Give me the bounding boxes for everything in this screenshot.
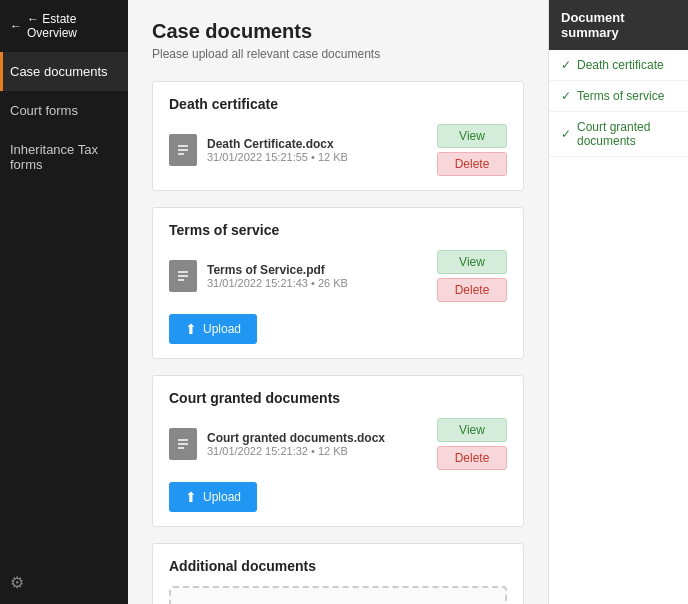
doc-icon-terms-of-service [169, 260, 197, 292]
doc-icon-death-certificate [169, 134, 197, 166]
dropzone[interactable]: ⬆ Drop your file here, or browse Support… [169, 586, 507, 604]
sidebar-item-case-documents[interactable]: Case documents [0, 52, 128, 91]
upload-icon-court-granted: ⬆ [185, 489, 197, 505]
doc-name-court-granted: Court granted documents.docx [207, 431, 427, 445]
upload-icon-terms-of-service: ⬆ [185, 321, 197, 337]
delete-button-terms-of-service[interactable]: Delete [437, 278, 507, 302]
doc-row-terms-of-service: Terms of Service.pdf 31/01/2022 15:21:43… [169, 250, 507, 302]
view-button-court-granted[interactable]: View [437, 418, 507, 442]
summary-item-terms-of-service: ✓ Terms of service [549, 81, 688, 112]
delete-button-court-granted[interactable]: Delete [437, 446, 507, 470]
doc-info-terms-of-service: Terms of Service.pdf 31/01/2022 15:21:43… [207, 263, 427, 289]
doc-info-court-granted: Court granted documents.docx 31/01/2022 … [207, 431, 427, 457]
checkmark-icon-terms-of-service: ✓ [561, 89, 571, 103]
sidebar-item-court-forms[interactable]: Court forms [0, 91, 128, 130]
section-terms-of-service: Terms of service Terms of Service.pdf 31… [152, 207, 524, 359]
section-title-death-certificate: Death certificate [169, 96, 507, 112]
delete-button-death-certificate[interactable]: Delete [437, 152, 507, 176]
section-title-terms-of-service: Terms of service [169, 222, 507, 238]
sidebar: ← ← Estate Overview Case documents Court… [0, 0, 128, 604]
doc-meta-terms-of-service: 31/01/2022 15:21:43 • 26 KB [207, 277, 427, 289]
section-title-additional: Additional documents [169, 558, 507, 574]
section-court-granted: Court granted documents Court granted do… [152, 375, 524, 527]
doc-actions-terms-of-service: View Delete [437, 250, 507, 302]
sidebar-item-label: Court forms [10, 103, 78, 118]
section-additional: Additional documents ⬆ Drop your file he… [152, 543, 524, 604]
upload-label-court-granted: Upload [203, 490, 241, 504]
doc-actions-death-certificate: View Delete [437, 124, 507, 176]
doc-info-death-certificate: Death Certificate.docx 31/01/2022 15:21:… [207, 137, 427, 163]
doc-icon-court-granted [169, 428, 197, 460]
page-title: Case documents [152, 20, 524, 43]
back-label: ← Estate Overview [27, 12, 118, 40]
upload-button-court-granted[interactable]: ⬆ Upload [169, 482, 257, 512]
summary-header: Document summary [549, 0, 688, 50]
sidebar-footer: ⚙ [0, 561, 128, 604]
sidebar-item-label: Case documents [10, 64, 108, 79]
view-button-terms-of-service[interactable]: View [437, 250, 507, 274]
upload-button-terms-of-service[interactable]: ⬆ Upload [169, 314, 257, 344]
view-button-death-certificate[interactable]: View [437, 124, 507, 148]
right-panel: Document summary ✓ Death certificate ✓ T… [548, 0, 688, 604]
summary-label-court-granted: Court granted documents [577, 120, 676, 148]
main-content: Case documents Please upload all relevan… [128, 0, 548, 604]
doc-name-death-certificate: Death Certificate.docx [207, 137, 427, 151]
doc-row-death-certificate: Death Certificate.docx 31/01/2022 15:21:… [169, 124, 507, 176]
page-subtitle: Please upload all relevant case document… [152, 47, 524, 61]
sidebar-nav: Case documents Court forms Inheritance T… [0, 52, 128, 561]
doc-actions-court-granted: View Delete [437, 418, 507, 470]
gear-icon[interactable]: ⚙ [10, 574, 24, 591]
doc-meta-death-certificate: 31/01/2022 15:21:55 • 12 KB [207, 151, 427, 163]
back-arrow-icon: ← [10, 19, 22, 33]
summary-label-death-certificate: Death certificate [577, 58, 664, 72]
checkmark-icon-death-certificate: ✓ [561, 58, 571, 72]
summary-item-death-certificate: ✓ Death certificate [549, 50, 688, 81]
sidebar-item-label: Inheritance Tax forms [10, 142, 98, 172]
section-title-court-granted: Court granted documents [169, 390, 507, 406]
summary-item-court-granted: ✓ Court granted documents [549, 112, 688, 157]
doc-row-court-granted: Court granted documents.docx 31/01/2022 … [169, 418, 507, 470]
section-death-certificate: Death certificate Death Certificate.docx… [152, 81, 524, 191]
sidebar-item-inheritance-tax[interactable]: Inheritance Tax forms [0, 130, 128, 184]
upload-label-terms-of-service: Upload [203, 322, 241, 336]
summary-label-terms-of-service: Terms of service [577, 89, 664, 103]
back-link[interactable]: ← ← Estate Overview [0, 0, 128, 52]
doc-name-terms-of-service: Terms of Service.pdf [207, 263, 427, 277]
checkmark-icon-court-granted: ✓ [561, 127, 571, 141]
doc-meta-court-granted: 31/01/2022 15:21:32 • 12 KB [207, 445, 427, 457]
